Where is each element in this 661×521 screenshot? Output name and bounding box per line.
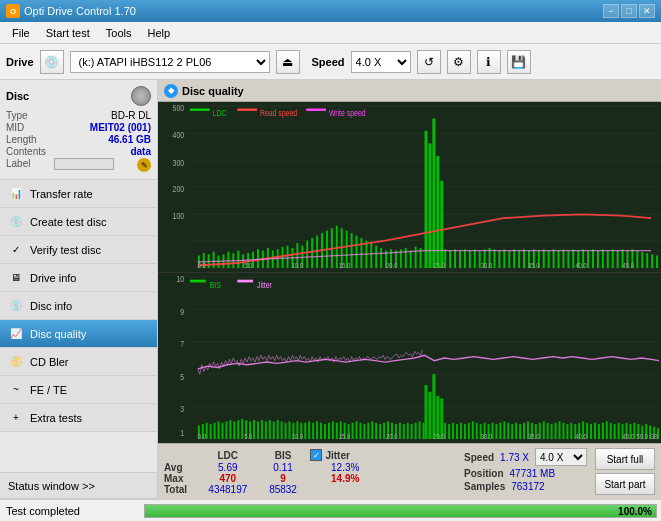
svg-rect-175: [285, 423, 287, 439]
speed-select-stat[interactable]: 4.0 X: [535, 448, 587, 466]
svg-rect-20: [190, 108, 210, 110]
nav-create-test-disc[interactable]: 💿 Create test disc: [0, 208, 157, 236]
svg-rect-57: [432, 118, 435, 268]
nav-fe-te-label: FE / TE: [30, 384, 67, 396]
svg-rect-158: [218, 421, 220, 439]
minimize-button[interactable]: −: [603, 4, 619, 18]
svg-rect-89: [503, 249, 505, 268]
svg-text:20.0: 20.0: [386, 432, 398, 441]
svg-rect-190: [324, 424, 326, 439]
top-chart-svg: 500 400 300 200 100 18X 14X 12X 10X 6X 4…: [188, 106, 661, 268]
svg-rect-171: [269, 420, 271, 439]
svg-rect-210: [403, 424, 405, 439]
svg-text:30.0: 30.0: [481, 432, 493, 441]
maximize-button[interactable]: □: [621, 4, 637, 18]
svg-rect-218: [452, 423, 454, 439]
verify-disc-icon: ✓: [8, 242, 24, 258]
svg-rect-198: [356, 421, 358, 439]
svg-rect-188: [316, 421, 318, 439]
svg-rect-24: [306, 108, 326, 110]
jitter-checkbox[interactable]: ✓ Jitter: [310, 449, 380, 461]
svg-text:40.0: 40.0: [575, 432, 587, 441]
nav-disc-quality[interactable]: 📈 Disc quality: [0, 320, 157, 348]
svg-rect-160: [225, 421, 227, 439]
jitter-check-icon: ✓: [310, 449, 322, 461]
svg-text:35.0: 35.0: [528, 432, 540, 441]
status-window-button[interactable]: Status window >>: [0, 473, 157, 499]
svg-rect-100: [558, 251, 560, 268]
titlebar-controls[interactable]: − □ ✕: [603, 4, 655, 18]
disc-icon: [131, 86, 151, 106]
svg-rect-81: [464, 249, 466, 268]
menu-help[interactable]: Help: [139, 25, 178, 41]
svg-rect-202: [371, 421, 373, 439]
svg-rect-220: [460, 423, 462, 439]
samples-label: Samples: [464, 481, 505, 492]
svg-text:10.0: 10.0: [291, 432, 303, 441]
disc-info-icon: 💿: [8, 298, 24, 314]
svg-text:20.0: 20.0: [386, 261, 398, 269]
nav-transfer-rate-label: Transfer rate: [30, 188, 93, 200]
menu-start-test[interactable]: Start test: [38, 25, 98, 41]
svg-rect-162: [233, 421, 235, 439]
svg-rect-181: [428, 392, 431, 439]
svg-rect-245: [559, 421, 561, 439]
disc-length-label: Length: [6, 134, 37, 145]
svg-rect-91: [513, 249, 515, 268]
refresh-icon[interactable]: ↺: [417, 50, 441, 74]
settings-icon[interactable]: ⚙: [447, 50, 471, 74]
jitter-max: 14.9%: [306, 473, 384, 484]
svg-rect-246: [562, 423, 564, 439]
svg-rect-63: [356, 236, 358, 268]
svg-rect-201: [367, 423, 369, 439]
bis-avg: 0.11: [260, 462, 307, 473]
nav-transfer-rate[interactable]: 📊 Transfer rate: [0, 180, 157, 208]
drive-info-icon: 🖥: [8, 270, 24, 286]
svg-text:Jitter: Jitter: [257, 280, 272, 290]
close-button[interactable]: ✕: [639, 4, 655, 18]
nav-extra-tests[interactable]: + Extra tests: [0, 404, 157, 432]
svg-rect-34: [237, 251, 239, 268]
svg-rect-68: [380, 248, 382, 268]
svg-text:400: 400: [173, 131, 185, 141]
disc-label-edit[interactable]: ✎: [137, 158, 151, 172]
nav-fe-te[interactable]: ~ FE / TE: [0, 376, 157, 404]
save-icon[interactable]: 💾: [507, 50, 531, 74]
svg-rect-161: [229, 420, 231, 439]
samples-value: 763172: [511, 481, 544, 492]
nav-verify-test-disc[interactable]: ✓ Verify test disc: [0, 236, 157, 264]
svg-rect-62: [351, 233, 353, 268]
svg-text:50.0 GB: 50.0 GB: [636, 432, 658, 441]
speed-select[interactable]: 4.0 X: [351, 51, 411, 73]
nav-disc-info[interactable]: 💿 Disc info: [0, 292, 157, 320]
jitter-avg: 12.3%: [306, 462, 384, 473]
svg-rect-90: [508, 251, 510, 268]
start-part-button[interactable]: Start part: [595, 473, 655, 495]
svg-rect-119: [651, 254, 653, 268]
svg-rect-73: [405, 248, 407, 268]
eject-icon[interactable]: ⏏: [276, 50, 300, 74]
nav-drive-info[interactable]: 🖥 Drive info: [0, 264, 157, 292]
svg-rect-92: [518, 251, 520, 268]
menu-file[interactable]: File: [4, 25, 38, 41]
drive-select[interactable]: (k:) ATAPI iHBS112 2 PL06: [70, 51, 270, 73]
svg-rect-67: [375, 246, 377, 268]
progress-bar: 100.0%: [144, 504, 657, 518]
svg-text:9: 9: [180, 307, 184, 317]
svg-rect-120: [656, 256, 658, 268]
svg-rect-217: [448, 424, 450, 439]
nav-cd-bler[interactable]: 📀 CD Bler: [0, 348, 157, 376]
info-icon[interactable]: ℹ: [477, 50, 501, 74]
disc-quality-icon: 📈: [8, 326, 24, 342]
svg-rect-170: [265, 421, 267, 439]
start-full-button[interactable]: Start full: [595, 448, 655, 470]
svg-rect-259: [614, 424, 616, 439]
svg-rect-102: [567, 251, 569, 268]
svg-rect-235: [519, 424, 521, 439]
svg-rect-174: [281, 421, 283, 439]
svg-rect-98: [548, 251, 550, 268]
speed-position-panel: Speed 1.73 X 4.0 X Position 47731 MB Sam…: [464, 448, 587, 492]
svg-rect-44: [287, 246, 289, 268]
svg-rect-213: [415, 423, 417, 439]
menu-tools[interactable]: Tools: [98, 25, 140, 41]
